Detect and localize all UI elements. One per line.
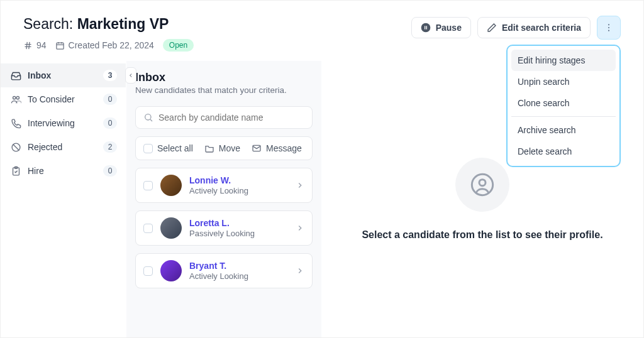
select-all-toggle[interactable]: Select all xyxy=(143,143,193,153)
svg-line-21 xyxy=(150,119,152,121)
count-value: 94 xyxy=(36,40,47,50)
kebab-icon xyxy=(604,23,614,33)
candidate-name: Bryant T. xyxy=(189,261,288,271)
candidate-checkbox[interactable] xyxy=(143,224,153,233)
menu-archive[interactable]: Archive search xyxy=(511,119,616,141)
pause-button[interactable]: Pause xyxy=(411,17,471,38)
hash-icon xyxy=(23,41,33,50)
candidate-list-pane: Inbox New candidates that match your cri… xyxy=(126,61,321,337)
menu-unpin[interactable]: Unpin search xyxy=(511,71,616,92)
candidate-checkbox[interactable] xyxy=(143,181,153,190)
sidebar-item-inbox[interactable]: Inbox 3 xyxy=(1,63,126,87)
sidebar-item-count: 3 xyxy=(103,70,117,81)
svg-point-14 xyxy=(13,96,16,99)
move-button[interactable]: Move xyxy=(204,143,240,153)
search-input[interactable] xyxy=(158,112,304,123)
page-title: Marketing VP xyxy=(77,16,169,32)
sidebar-item-label: Inbox xyxy=(28,70,97,80)
checkbox-icon xyxy=(143,144,153,153)
list-subtitle: New candidates that match your criteria. xyxy=(135,85,313,95)
empty-state-text: Select a candidate from the list to see … xyxy=(362,229,602,241)
candidate-card[interactable]: Loretta L. Passively Looking xyxy=(135,210,313,246)
avatar xyxy=(160,217,182,239)
candidate-card[interactable]: Lonnie W. Actively Looking xyxy=(135,168,313,203)
candidate-card[interactable]: Bryant T. Actively Looking xyxy=(135,253,313,288)
edit-criteria-label: Edit search criteria xyxy=(502,23,581,33)
svg-point-23 xyxy=(472,174,492,195)
move-label: Move xyxy=(219,143,240,153)
pause-label: Pause xyxy=(436,23,462,33)
created-label: Created Feb 22, 2024 xyxy=(69,40,154,50)
sidebar-item-label: Interviewing xyxy=(28,118,97,128)
avatar xyxy=(160,260,182,281)
svg-rect-4 xyxy=(56,43,63,49)
mail-icon xyxy=(252,143,262,153)
status-badge: Open xyxy=(163,39,194,52)
sidebar-item-interviewing[interactable]: Interviewing 0 xyxy=(1,111,126,135)
chevron-right-icon xyxy=(296,266,304,275)
bulk-actions-bar: Select all Move Message xyxy=(135,136,313,160)
sidebar-item-count: 0 xyxy=(103,94,117,105)
candidate-status: Passively Looking xyxy=(189,229,288,238)
message-label: Message xyxy=(266,143,302,153)
message-button[interactable]: Message xyxy=(252,143,302,153)
svg-point-20 xyxy=(145,114,151,120)
pause-icon xyxy=(421,23,431,33)
users-icon xyxy=(11,94,21,105)
chevron-left-icon xyxy=(128,72,134,79)
sidebar-item-to-consider[interactable]: To Consider 0 xyxy=(1,87,126,111)
avatar xyxy=(160,175,182,196)
created-date: Created Feb 22, 2024 xyxy=(55,40,154,50)
candidate-status: Actively Looking xyxy=(189,271,288,281)
menu-clone[interactable]: Clone search xyxy=(511,92,616,114)
ban-icon xyxy=(11,142,21,153)
candidate-checkbox[interactable] xyxy=(143,266,153,276)
chevron-right-icon xyxy=(296,181,304,190)
sidebar-item-label: Rejected xyxy=(28,142,97,152)
svg-point-12 xyxy=(608,27,609,28)
list-title: Inbox xyxy=(135,71,313,84)
sidebar-item-label: To Consider xyxy=(28,94,97,104)
svg-line-17 xyxy=(13,144,19,150)
empty-state-icon-wrap xyxy=(455,158,509,212)
candidate-status: Actively Looking xyxy=(189,186,288,195)
stage-sidebar: Inbox 3 To Consider 0 Interviewing 0 Rej… xyxy=(1,61,126,337)
edit-criteria-button[interactable]: Edit search criteria xyxy=(477,17,591,38)
menu-separator xyxy=(511,116,616,117)
sidebar-item-count: 0 xyxy=(103,165,117,177)
more-actions-button[interactable] xyxy=(597,16,621,40)
inbox-icon xyxy=(11,70,21,81)
sidebar-item-count: 2 xyxy=(103,141,117,153)
svg-rect-9 xyxy=(425,26,425,29)
calendar-icon xyxy=(55,41,65,50)
select-all-label: Select all xyxy=(157,143,193,153)
svg-point-15 xyxy=(16,96,19,99)
svg-point-8 xyxy=(421,23,430,31)
folder-icon xyxy=(204,143,214,153)
candidate-count: 94 xyxy=(23,40,47,50)
user-circle-icon xyxy=(470,172,495,197)
search-icon xyxy=(143,112,153,123)
sidebar-item-count: 0 xyxy=(103,117,117,129)
sidebar-item-hire[interactable]: Hire 0 xyxy=(1,159,126,183)
menu-delete[interactable]: Delete search xyxy=(511,141,616,162)
sidebar-item-rejected[interactable]: Rejected 2 xyxy=(1,135,126,159)
svg-rect-10 xyxy=(426,26,426,29)
svg-point-24 xyxy=(479,180,486,186)
svg-line-3 xyxy=(29,41,30,48)
svg-point-13 xyxy=(608,30,609,31)
chevron-right-icon xyxy=(296,224,304,232)
phone-icon xyxy=(11,118,21,129)
page-header: Search: Marketing VP 94 Created Feb 22, … xyxy=(1,1,643,60)
more-actions-menu: Edit hiring stages Unpin search Clone se… xyxy=(506,45,621,167)
candidate-search[interactable] xyxy=(135,106,313,129)
sidebar-item-label: Hire xyxy=(28,166,97,176)
svg-line-2 xyxy=(26,41,27,48)
pencil-icon xyxy=(487,23,497,33)
collapse-sidebar-button[interactable] xyxy=(125,67,136,84)
svg-point-11 xyxy=(608,24,609,25)
candidate-name: Lonnie W. xyxy=(189,175,288,185)
candidate-name: Loretta L. xyxy=(189,218,288,228)
clipboard-check-icon xyxy=(11,166,21,177)
menu-edit-stages[interactable]: Edit hiring stages xyxy=(511,50,616,71)
